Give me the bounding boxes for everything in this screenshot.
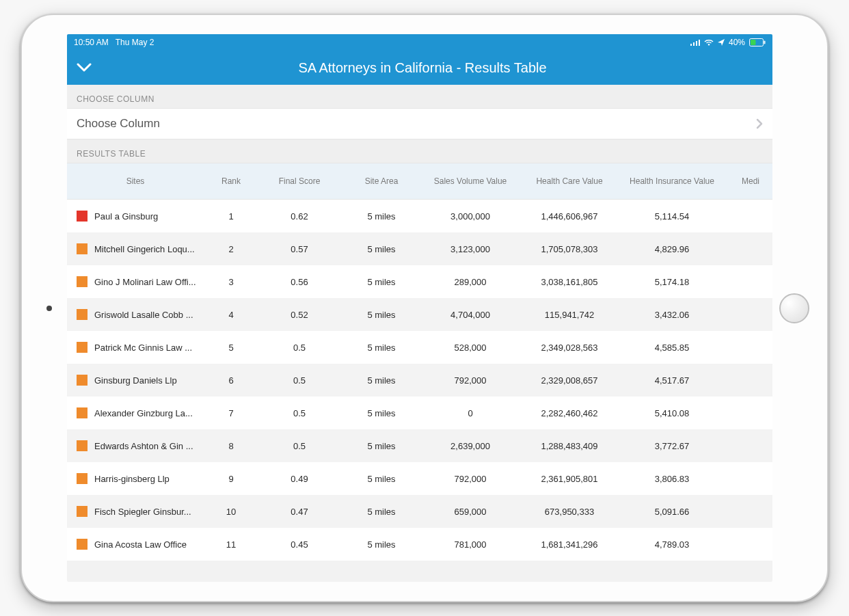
site-color-swatch xyxy=(77,276,87,287)
svg-rect-7 xyxy=(751,40,756,45)
site-name: Mitchell Gingerich Loqu... xyxy=(94,244,195,254)
cell-site-area: 5 miles xyxy=(340,343,422,353)
cell-final-score: 0.52 xyxy=(258,310,340,320)
site-name: Patrick Mc Ginnis Law ... xyxy=(94,343,192,353)
cell-health-insurance: 3,432.06 xyxy=(621,310,723,320)
cell-rank: 4 xyxy=(204,310,258,320)
cell-site-area: 5 miles xyxy=(340,375,422,386)
site-name: Griswold Lasalle Cobb ... xyxy=(94,310,193,320)
svg-rect-0 xyxy=(690,44,692,46)
col-header-health-care[interactable]: Health Care Value xyxy=(518,174,621,189)
site-color-swatch xyxy=(77,309,87,320)
results-table: Sites Rank Final Score Site Area Sales V… xyxy=(67,163,772,582)
cell-sales-volume: 3,123,000 xyxy=(422,244,518,254)
cell-sales-volume: 3,000,000 xyxy=(422,211,518,222)
col-header-sites[interactable]: Sites xyxy=(67,174,204,189)
cell-site-area: 5 miles xyxy=(340,539,422,550)
title-bar: SA Attorneys in California - Results Tab… xyxy=(67,51,772,85)
cell-sales-volume: 0 xyxy=(422,408,518,418)
table-row[interactable]: Griswold Lasalle Cobb ...40.525 miles4,7… xyxy=(67,298,772,331)
site-name: Alexander Ginzburg La... xyxy=(94,408,193,418)
cell-health-care: 1,446,606,967 xyxy=(518,211,621,222)
col-header-sales-volume[interactable]: Sales Volume Value xyxy=(422,174,518,189)
cell-health-care: 1,681,341,296 xyxy=(518,539,621,550)
cell-rank: 9 xyxy=(204,474,258,484)
cell-rank: 7 xyxy=(204,408,258,418)
battery-icon xyxy=(749,38,766,46)
table-row[interactable]: Mitchell Gingerich Loqu...20.575 miles3,… xyxy=(67,232,772,265)
svg-point-4 xyxy=(708,44,710,45)
table-row[interactable]: Ginsburg Daniels Llp60.55 miles792,0002,… xyxy=(67,364,772,397)
cell-site-area: 5 miles xyxy=(340,441,422,451)
cell-sites: Edwards Ashton & Gin ... xyxy=(67,440,204,451)
cell-sales-volume: 289,000 xyxy=(422,277,518,287)
svg-rect-2 xyxy=(696,41,697,46)
choose-column-row[interactable]: Choose Column xyxy=(67,108,772,139)
site-name: Harris-ginsberg Llp xyxy=(94,474,170,484)
site-color-swatch xyxy=(77,342,87,353)
cell-final-score: 0.5 xyxy=(258,441,340,451)
cell-rank: 11 xyxy=(204,539,258,550)
device-home-button[interactable] xyxy=(779,293,809,323)
cell-site-area: 5 miles xyxy=(340,211,422,222)
cell-health-care: 2,349,028,563 xyxy=(518,343,621,353)
cell-sales-volume: 4,704,000 xyxy=(422,310,518,320)
cell-final-score: 0.47 xyxy=(258,507,340,517)
table-row[interactable]: Harris-ginsberg Llp90.495 miles792,0002,… xyxy=(67,462,772,495)
table-row[interactable]: Alexander Ginzburg La...70.55 miles02,28… xyxy=(67,397,772,429)
cell-sales-volume: 792,000 xyxy=(422,375,518,386)
site-name: Edwards Ashton & Gin ... xyxy=(94,441,193,451)
cell-health-insurance: 3,772.67 xyxy=(621,441,723,451)
col-header-final-score[interactable]: Final Score xyxy=(258,174,340,189)
cell-rank: 1 xyxy=(204,211,258,222)
col-header-health-insurance[interactable]: Health Insurance Value xyxy=(621,174,723,189)
cell-health-insurance: 4,517.67 xyxy=(621,375,723,386)
site-color-swatch xyxy=(77,243,87,254)
cell-health-care: 2,282,460,462 xyxy=(518,408,621,418)
back-chevron-icon[interactable] xyxy=(77,63,92,72)
cell-final-score: 0.49 xyxy=(258,474,340,484)
site-name: Paul a Ginsburg xyxy=(94,211,158,222)
col-header-medi-partial[interactable]: Medi xyxy=(723,174,772,189)
cell-sites: Ginsburg Daniels Llp xyxy=(67,375,204,386)
table-row[interactable]: Edwards Ashton & Gin ...80.55 miles2,639… xyxy=(67,429,772,462)
cell-site-area: 5 miles xyxy=(340,474,422,484)
cell-sales-volume: 792,000 xyxy=(422,474,518,484)
cell-site-area: 5 miles xyxy=(340,310,422,320)
col-header-rank[interactable]: Rank xyxy=(204,174,258,189)
cell-sales-volume: 2,639,000 xyxy=(422,441,518,451)
app-screen: 10:50 AM Thu May 2 40% xyxy=(67,34,772,582)
table-row[interactable]: Gino J Molinari Law Offi...30.565 miles2… xyxy=(67,265,772,298)
svg-rect-1 xyxy=(693,42,695,46)
choose-column-label: Choose Column xyxy=(77,117,160,131)
cell-health-insurance: 4,789.03 xyxy=(621,539,723,550)
cell-health-insurance: 5,114.54 xyxy=(621,211,723,222)
chevron-right-icon xyxy=(756,118,763,129)
table-row[interactable]: Paul a Ginsburg10.625 miles3,000,0001,44… xyxy=(67,200,772,232)
cell-health-insurance: 5,091.66 xyxy=(621,507,723,517)
cell-health-care: 115,941,742 xyxy=(518,310,621,320)
cell-rank: 10 xyxy=(204,507,258,517)
cell-health-care: 1,288,483,409 xyxy=(518,441,621,451)
cell-health-insurance: 3,806.83 xyxy=(621,474,723,484)
choose-column-section-label: CHOOSE COLUMN xyxy=(67,85,772,108)
cell-site-area: 5 miles xyxy=(340,277,422,287)
cell-final-score: 0.57 xyxy=(258,244,340,254)
svg-rect-6 xyxy=(764,41,766,44)
page-title: SA Attorneys in California - Results Tab… xyxy=(103,60,742,76)
table-row[interactable]: Gina Acosta Law Office110.455 miles781,0… xyxy=(67,528,772,561)
cell-final-score: 0.5 xyxy=(258,375,340,386)
location-icon xyxy=(718,39,725,46)
site-color-swatch xyxy=(77,211,87,222)
site-name: Gino J Molinari Law Offi... xyxy=(94,277,196,287)
site-color-swatch xyxy=(77,473,87,484)
table-row[interactable]: Patrick Mc Ginnis Law ...50.55 miles528,… xyxy=(67,331,772,364)
site-color-swatch xyxy=(77,506,87,517)
site-name: Gina Acosta Law Office xyxy=(94,539,187,550)
cell-site-area: 5 miles xyxy=(340,408,422,418)
table-row[interactable]: Fisch Spiegler Ginsbur...100.475 miles65… xyxy=(67,495,772,528)
cell-rank: 8 xyxy=(204,441,258,451)
device-camera xyxy=(46,306,52,311)
cell-sites: Harris-ginsberg Llp xyxy=(67,473,204,484)
col-header-site-area[interactable]: Site Area xyxy=(340,174,422,189)
